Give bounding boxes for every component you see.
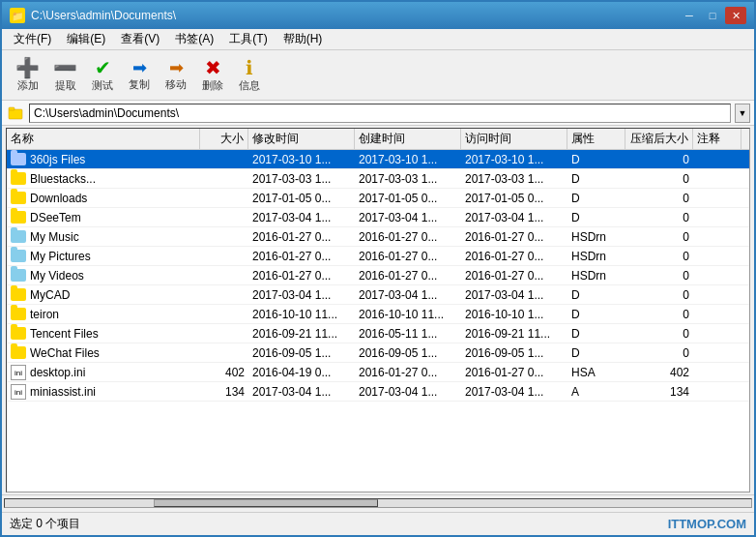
scrollbar-horizontal[interactable]	[2, 494, 754, 510]
cell-size: 402	[200, 363, 248, 381]
table-row[interactable]: Downloads 2017-01-05 0... 2017-01-05 0..…	[7, 189, 749, 208]
col-header-compressed[interactable]: 压缩后大小	[625, 129, 693, 149]
cell-attr: HSDrn	[567, 266, 625, 284]
cell-attr: D	[567, 343, 625, 362]
cell-name: WeChat Files	[7, 343, 200, 362]
add-button[interactable]: ➕ 添加	[10, 56, 45, 95]
copy-button[interactable]: ➡ 复制	[122, 57, 157, 94]
cell-compressed: 0	[625, 305, 693, 323]
cell-modified: 2017-03-03 1...	[248, 169, 355, 188]
cell-size	[200, 150, 248, 168]
cell-name: inidesktop.ini	[7, 363, 200, 381]
extract-button[interactable]: ➖ 提取	[47, 56, 83, 95]
extract-icon: ➖	[53, 58, 77, 77]
cell-compressed: 0	[625, 324, 693, 343]
cell-created: 2016-01-27 0...	[355, 247, 461, 265]
cell-attr: D	[567, 150, 625, 168]
scroll-track[interactable]	[4, 498, 752, 508]
table-row[interactable]: My Pictures 2016-01-27 0... 2016-01-27 0…	[7, 247, 749, 266]
cell-attr: D	[567, 324, 625, 343]
cell-compressed: 0	[625, 169, 693, 188]
cell-modified: 2016-10-10 11...	[248, 305, 355, 323]
col-header-attr[interactable]: 属性	[567, 129, 625, 149]
cell-accessed: 2016-09-21 11...	[461, 324, 567, 343]
menu-tools[interactable]: 工具(T)	[221, 29, 275, 49]
cell-attr: HSDrn	[567, 247, 625, 265]
col-header-accessed[interactable]: 访问时间	[461, 129, 567, 149]
cell-size: 134	[200, 382, 248, 401]
table-row[interactable]: DSeeTem 2017-03-04 1... 2017-03-04 1... …	[7, 208, 749, 227]
svg-rect-1	[9, 107, 15, 110]
cell-comment	[693, 382, 741, 401]
cell-accessed: 2016-01-27 0...	[461, 247, 567, 265]
cell-comment	[693, 227, 741, 246]
cell-created: 2017-03-10 1...	[355, 150, 461, 168]
menu-view[interactable]: 查看(V)	[113, 29, 167, 49]
table-row[interactable]: inidesktop.ini 402 2016-04-19 0... 2016-…	[7, 363, 749, 382]
menu-file[interactable]: 文件(F)	[6, 29, 59, 49]
cell-accessed: 2017-03-04 1...	[461, 208, 567, 226]
col-header-comment[interactable]: 注释	[693, 129, 741, 149]
cell-comment	[693, 343, 741, 362]
maximize-button[interactable]: □	[702, 7, 723, 24]
table-row[interactable]: Bluestacks... 2017-03-03 1... 2017-03-03…	[7, 169, 749, 189]
menu-edit[interactable]: 编辑(E)	[59, 29, 113, 49]
info-button[interactable]: ℹ 信息	[232, 56, 267, 95]
menu-bookmark[interactable]: 书签(A)	[167, 29, 221, 49]
address-input[interactable]	[29, 104, 731, 123]
title-text: C:\Users\admin\Documents\	[31, 9, 679, 22]
cell-accessed: 2016-01-27 0...	[461, 227, 567, 246]
col-header-created[interactable]: 创建时间	[355, 129, 461, 149]
cell-compressed: 0	[625, 189, 693, 207]
table-row[interactable]: WeChat Files 2016-09-05 1... 2016-09-05 …	[7, 343, 749, 363]
cell-size	[200, 247, 248, 265]
cell-name: Tencent Files	[7, 324, 200, 343]
close-button[interactable]: ✕	[725, 7, 746, 24]
cell-size	[200, 227, 248, 246]
cell-attr: D	[567, 189, 625, 207]
cell-created: 2016-05-11 1...	[355, 324, 461, 343]
cell-name: Bluestacks...	[7, 169, 200, 188]
move-button[interactable]: ➡ 移动	[159, 57, 193, 94]
cell-created: 2017-03-03 1...	[355, 169, 461, 188]
minimize-button[interactable]: ─	[679, 7, 700, 24]
main-area: 名称 大小 修改时间 创建时间 访问时间 属性 压缩后大小 注释 360js F…	[2, 126, 754, 512]
delete-icon: ✖	[205, 58, 221, 77]
cell-created: 2017-03-04 1...	[355, 285, 461, 304]
cell-modified: 2016-01-27 0...	[248, 247, 355, 265]
table-row[interactable]: MyCAD 2017-03-04 1... 2017-03-04 1... 20…	[7, 285, 749, 305]
menu-bar: 文件(F) 编辑(E) 查看(V) 书签(A) 工具(T) 帮助(H)	[2, 29, 754, 50]
col-header-name[interactable]: 名称	[7, 129, 200, 149]
cell-modified: 2016-09-05 1...	[248, 343, 355, 362]
table-row[interactable]: 360js Files 2017-03-10 1... 2017-03-10 1…	[7, 150, 749, 169]
table-row[interactable]: My Videos 2016-01-27 0... 2016-01-27 0..…	[7, 266, 749, 285]
table-row[interactable]: Tencent Files 2016-09-21 11... 2016-05-1…	[7, 324, 749, 343]
cell-created: 2017-03-04 1...	[355, 208, 461, 226]
status-bar: 选定 0 个项目 ITTMOP.COM	[2, 512, 754, 535]
cell-accessed: 2017-03-03 1...	[461, 169, 567, 188]
address-dropdown[interactable]: ▼	[735, 104, 750, 123]
cell-comment	[693, 247, 741, 265]
scroll-thumb[interactable]	[154, 499, 378, 507]
table-row[interactable]: teiron 2016-10-10 11... 2016-10-10 11...…	[7, 305, 749, 324]
cell-name: Downloads	[7, 189, 200, 207]
cell-comment	[693, 169, 741, 188]
delete-label: 删除	[202, 78, 223, 93]
cell-size	[200, 285, 248, 304]
table-row[interactable]: My Music 2016-01-27 0... 2016-01-27 0...…	[7, 227, 749, 247]
col-header-modified[interactable]: 修改时间	[248, 129, 355, 149]
cell-attr: D	[567, 169, 625, 188]
test-button[interactable]: ✔ 测试	[85, 56, 120, 95]
delete-button[interactable]: ✖ 删除	[195, 56, 230, 95]
table-row[interactable]: iniminiassist.ini 134 2017-03-04 1... 20…	[7, 382, 749, 402]
cell-name: 360js Files	[7, 150, 200, 168]
cell-comment	[693, 208, 741, 226]
cell-compressed: 134	[625, 382, 693, 401]
cell-attr: HSA	[567, 363, 625, 381]
col-header-size[interactable]: 大小	[200, 129, 248, 149]
cell-comment	[693, 363, 741, 381]
menu-help[interactable]: 帮助(H)	[276, 29, 331, 49]
cell-created: 2017-01-05 0...	[355, 189, 461, 207]
cell-accessed: 2016-10-10 1...	[461, 305, 567, 323]
file-rows[interactable]: 360js Files 2017-03-10 1... 2017-03-10 1…	[7, 150, 749, 492]
